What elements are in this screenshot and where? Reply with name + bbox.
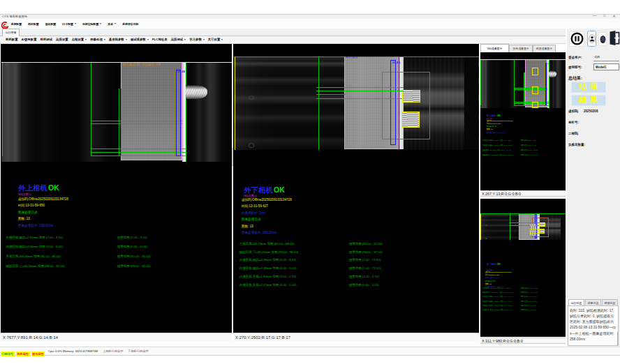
- app-logo-icon: [1, 20, 8, 29]
- camera-view-lower[interactable]: AI检测框20.48外下相机OKNG次数:0虚拟码:Offline2025020…: [233, 44, 479, 333]
- alarm-range-4: 报警范围:(1.10 - 2.10): [521, 305, 536, 307]
- toolbar-item-5[interactable]: 图像处理: [90, 38, 105, 41]
- info-line-2: 图像处理完成: [487, 126, 496, 128]
- dropdown-arrow-icon: [100, 23, 101, 24]
- measurement-0: 外侧直线-隔膜=2.91mm 范围:(2.00 - 3.50): [6, 236, 63, 239]
- menu-item-0[interactable]: 系统配置: [11, 22, 22, 26]
- toolbar-item-11[interactable]: 其它设置: [208, 38, 223, 41]
- minimize-button[interactable]: —: [591, 14, 598, 19]
- alarm-range-1: 报警范围:(0.00 - 6.00): [521, 144, 536, 146]
- info-line-3: 图数: 13: [487, 128, 493, 130]
- toolbar-item-9[interactable]: 高级调试: [171, 38, 186, 41]
- menu-item-3[interactable]: IO卡配置: [62, 22, 76, 26]
- camera-name-label: 外上相机: [18, 183, 47, 192]
- menu-item-1[interactable]: 相机配置: [28, 22, 39, 26]
- thumbnail-tabs: NG成像显示所有成像显示粘接成像显示: [480, 44, 566, 52]
- menu-item-6[interactable]: 系统语言切换: [122, 22, 138, 26]
- menu-item-label-0: 系统配置: [11, 22, 22, 26]
- close-button[interactable]: ×: [611, 14, 617, 19]
- measurement-0: 主板宽度=83.73mm 范围:(82.00 - 88.00): [239, 242, 294, 245]
- green-hline: [316, 91, 404, 91]
- info-line-4: 图像处理耗时: 258.00ms: [487, 132, 505, 134]
- measurement-4: 内侧直线-直板=1.90mm 范围:(1.00 - 2.20): [482, 305, 512, 307]
- blue-rect-value: 20.48: [536, 215, 544, 216]
- info-line-4: 图像处理耗时: 258.00ms: [18, 224, 53, 227]
- alarm-range-0: 报警范围:(83.00 - 87.00): [349, 242, 383, 245]
- user-button[interactable]: [587, 31, 596, 47]
- info-line-0: 虚拟码:Offline20250208133134728: [485, 271, 511, 273]
- camera-image-shading: [234, 56, 278, 150]
- toolbar-item-7[interactable]: 测试项参数: [131, 38, 149, 41]
- toolbar-item-6[interactable]: 基准线参数: [109, 38, 127, 41]
- log-scrollbar[interactable]: [617, 332, 619, 345]
- model-input[interactable]: Model1: [593, 63, 619, 70]
- thumbnail-tab-1[interactable]: 所有成像显示: [509, 45, 532, 52]
- thumbnail-view-upper[interactable]: 静态阈值:93, 动态阈值:10020.48外上相机OKNG次数:1虚拟码:Of…: [480, 52, 566, 190]
- toolbar-item-2[interactable]: 相机调试: [40, 38, 53, 41]
- info-line-2: 检测AI耗时: 1ms: [242, 211, 265, 215]
- camera-result: OK: [48, 183, 59, 192]
- dropdown-arrow-icon: [203, 39, 205, 40]
- toolbar-item-0[interactable]: 相机配置: [6, 38, 18, 41]
- image-strip: AI检测框20.48: [234, 56, 479, 150]
- model-label: 使用型号:: [568, 66, 582, 69]
- thumbnail-tab-0[interactable]: NG成像显示: [480, 44, 509, 52]
- measurement-5: 外侧直线-直板=2.61mm 范围:(0.60 - 4.00): [482, 309, 512, 311]
- tab-run-image[interactable]: 运行图像: [2, 29, 20, 36]
- green-vline: [121, 89, 121, 156]
- menu-item-5[interactable]: 查看: [108, 22, 116, 26]
- green-vline: [549, 59, 549, 109]
- thumbnail-tab-2[interactable]: 粘接成像显示: [533, 45, 556, 52]
- menu-items: 系统配置相机配置通讯配置IO卡配置光源控制配置查看系统语言切换: [11, 19, 139, 29]
- exit-button[interactable]: [610, 31, 620, 47]
- cpu-memory-text: Cpu: 0.0% Memory: 3424.41796875M: [48, 349, 98, 353]
- info-line-4: 图数: 13: [242, 225, 253, 228]
- lock-button[interactable]: [598, 32, 607, 46]
- log-panel[interactable]: 耗时: 222, 缺陷检测耗时: 17, 缺陷分类耗时: 0, 缺陷提取分区耗时…: [568, 305, 619, 346]
- toolbar-item-4[interactable]: 点检设置: [72, 38, 87, 41]
- ai-box-label: AI检测框: [519, 213, 535, 214]
- yellow-vline: [480, 213, 481, 240]
- dropdown-arrow-icon: [147, 39, 149, 40]
- toolbar-item-8[interactable]: PLC地址表: [152, 38, 168, 41]
- status-badges: 心跳信号相机监控通讯监控: [1, 345, 46, 358]
- menu-item-label-5: 查看: [108, 22, 113, 26]
- toolbar-item-1[interactable]: AI使用配置: [22, 38, 37, 41]
- info-line-1: 时间:13-31-59-650: [18, 204, 45, 207]
- toolbar-item-label-0: 相机配置: [6, 38, 18, 41]
- measurement-1: 内侧直线-隔膜=4.60mm 范围:(3.00 - 6.00): [6, 245, 63, 248]
- login-user-value[interactable]: cys: [595, 55, 600, 59]
- green-vline: [514, 59, 515, 106]
- pause-button[interactable]: [569, 31, 584, 47]
- result-indicator-2: 结 果: [571, 95, 606, 107]
- measurement-2: 直板宽度=83.05mm 范围:(80.00 - 86.00): [482, 149, 511, 151]
- green-vline: [318, 56, 319, 150]
- block-region: [121, 62, 182, 160]
- camera-name: 外下相机OK: [487, 263, 501, 266]
- camera-image-background-right: [186, 62, 231, 162]
- menu-item-label-4: 光源控制配置: [82, 22, 98, 26]
- measurement-5: 外侧直线-直板=2.61mm 范围:(0.60 - 4.00): [239, 283, 296, 287]
- camera-view-upper[interactable]: 静态阈值:93, 动态阈值:10020.48外上相机OKNG次数:1虚拟码:Of…: [1, 44, 232, 333]
- alarm-range-0: 报警范围:(2.20 - 3.20): [521, 139, 536, 142]
- dropdown-arrow-icon: [184, 39, 186, 40]
- thumbnail-view-lower[interactable]: AI检测框20.48外下相机OKNG次数:0虚拟码:Offline2025020…: [480, 199, 566, 337]
- toolbar-item-10[interactable]: 学习参数: [189, 38, 205, 41]
- info-line-2: 图像处理完成: [18, 211, 38, 214]
- yellow-rect: [402, 90, 420, 103]
- green-vline: [119, 89, 119, 156]
- camera-name-label: 外下相机: [487, 263, 496, 266]
- menu-item-4[interactable]: 光源控制配置: [82, 22, 101, 26]
- dropdown-arrow-icon: [85, 39, 87, 40]
- toolbar-item-label-10: 学习参数: [189, 38, 202, 41]
- panel-splitter[interactable]: [232, 147, 234, 167]
- maximize-button[interactable]: □: [601, 14, 607, 19]
- brown-rect: [382, 72, 430, 139]
- green-vline: [186, 62, 186, 162]
- menu-item-label-3: IO卡配置: [62, 22, 73, 26]
- thumbnail-lower-statusbar: X:311;Y:980;R:0;G:0;B:0: [480, 338, 566, 344]
- toolbar-item-3[interactable]: 高级设置: [56, 38, 68, 41]
- menu-item-2[interactable]: 通讯配置: [45, 22, 57, 26]
- mini-yellow-text-bar: [529, 233, 538, 234]
- green-hline: [91, 149, 186, 149]
